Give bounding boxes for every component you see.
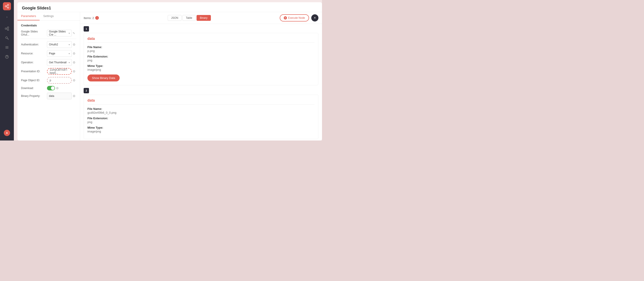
card-2-title: data [88,98,314,105]
execute-label: Execute Node [288,16,305,20]
credentials-field-label: Google Slides OAut... [21,30,46,36]
tab-parameters[interactable]: Parameters [18,12,40,20]
tab-table[interactable]: Table [182,15,196,21]
tab-json[interactable]: JSON [168,15,182,21]
binary-property-input[interactable]: data [47,93,72,99]
execute-node-button[interactable]: Execute Node [280,14,309,22]
svg-point-2 [8,7,9,8]
item-badge-2: 2 [84,88,89,93]
data-card-1: data File Name: p.png File Extension: pn… [84,33,318,85]
presentation-id-label: Presentation ID: [21,70,46,73]
download-toggle[interactable] [47,86,55,90]
operation-label: Operation: [21,61,46,64]
presentation-id-input[interactable]: 11myCBTn3IT-Iww0... [47,68,72,75]
toggle-knob [51,86,54,90]
resource-field-row: Resource: Page ▾ ⚙ [21,50,76,57]
info-badge-icon: i [95,16,99,20]
authentication-gear-icon[interactable]: ⚙ [73,43,76,46]
card-2-extension-label: File Extension: [88,117,314,120]
resource-chevron-icon: ▾ [69,52,70,55]
view-tabs: JSON Table Binary [168,15,211,21]
authentication-select[interactable]: OAuth2 ▾ [47,41,72,48]
app-logo[interactable] [3,2,11,10]
presentation-id-field-row: Presentation ID: 11myCBTn3IT-Iww0... ⚙ [21,68,76,75]
resource-gear-icon[interactable]: ⚙ [73,52,76,55]
svg-line-3 [6,5,8,6]
divider-1 [21,39,76,39]
card-1-title: data [88,37,314,43]
nodes-icon[interactable] [4,26,10,31]
presentation-id-value: 11myCBTn3IT-Iww0... [50,68,69,75]
binary-property-gear-icon[interactable]: ⚙ [73,94,76,98]
operation-gear-icon[interactable]: ⚙ [73,61,76,64]
binary-property-field-row: Binary Property: data ⚙ [21,93,76,99]
svg-rect-7 [8,29,9,31]
tab-binary[interactable]: Binary [196,15,211,21]
card-1-filename-label: File Name: [88,46,314,49]
presentation-id-control: 11myCBTn3IT-Iww0... ⚙ [47,68,76,75]
left-panel: Parameters Settings Credentials Google S… [18,12,80,141]
download-field-row: Download: ⚙ [21,86,76,90]
svg-line-4 [6,7,8,8]
sidebar: › [0,0,14,141]
credentials-field-row: Google Slides OAut... Google Slides Cre … [21,30,76,37]
card-1-extension-value: png [88,59,314,62]
page-object-id-label: Page Object ID: [21,79,46,82]
page-object-id-gear-icon[interactable]: ⚙ [73,79,76,82]
download-gear-icon[interactable]: ⚙ [56,86,60,90]
resource-value: Page [49,52,55,55]
operation-field-row: Operation: Get Thumbnail ▾ ⚙ [21,59,76,66]
authentication-control: OAuth2 ▾ ⚙ [47,41,76,48]
list-icon[interactable] [4,45,10,50]
right-panel-content: 1 data File Name: p.png File Extension: … [80,24,322,141]
user-avatar[interactable]: A [4,130,10,136]
card-2-filename-value: gcd92e45fb6_0_0.png [88,111,314,114]
svg-rect-6 [8,27,9,28]
page-object-id-input[interactable]: p [47,77,72,84]
card-1-filename-value: p.png [88,49,314,53]
card-2-mimetype-label: Mime Type: [88,126,314,129]
resource-control: Page ▾ ⚙ [47,50,76,57]
card-2-mimetype-value: image/png [88,130,314,133]
data-card-2: data File Name: gcd92e45fb6_0_0.png File… [84,95,318,139]
credentials-select[interactable]: Google Slides Cre ... ▾ [47,30,72,37]
authentication-label: Authentication: [21,43,46,46]
page-object-id-value: p [50,79,51,82]
authentication-value: OAuth2 [49,43,58,46]
resource-select[interactable]: Page ▾ [47,50,72,57]
modal-close-button[interactable]: × [311,14,318,22]
tab-settings[interactable]: Settings [40,12,57,20]
page-object-id-field-row: Page Object ID: p ⚙ [21,77,76,84]
card-1-mimetype-label: Mime Type: [88,64,314,68]
play-icon [284,16,287,20]
item-badge-1: 1 [84,26,89,32]
card-1-extension-label: File Extension: [88,55,314,58]
items-info: Items: 2 i [84,16,99,20]
svg-point-15 [7,58,7,58]
node-modal: Google Slides1 Parameters Settings Crede… [18,2,322,141]
show-binary-button-1[interactable]: Show Binary Data [88,75,120,81]
operation-select[interactable]: Get Thumbnail ▾ [47,59,72,66]
auth-chevron-icon: ▾ [69,43,70,46]
download-label: Download: [21,87,46,90]
modal-title: Google Slides1 [22,6,51,12]
authentication-field-row: Authentication: OAuth2 ▾ ⚙ [21,41,76,48]
modal-header: Google Slides1 [18,2,322,12]
items-count-label: Items: 2 [84,16,94,20]
presentation-id-gear-icon[interactable]: ⚙ [73,70,76,73]
sidebar-toggle[interactable]: › [5,15,9,19]
key-icon[interactable] [4,35,10,41]
svg-point-1 [8,4,9,6]
svg-point-0 [5,6,6,7]
binary-property-value: data [49,94,54,98]
svg-rect-5 [5,28,6,29]
right-panel-header: Items: 2 i JSON Table Binary Execute Nod… [80,12,322,24]
page-object-id-control: p ⚙ [47,77,76,84]
question-icon[interactable] [4,54,10,60]
edit-credentials-icon[interactable]: ✎ [73,32,76,35]
modal-body: Parameters Settings Credentials Google S… [18,12,322,141]
credentials-value: Google Slides Cre ... [49,30,69,36]
credentials-section-title: Credentials [21,24,76,27]
operation-value: Get Thumbnail [49,61,67,64]
card-2-extension-value: png [88,120,314,124]
